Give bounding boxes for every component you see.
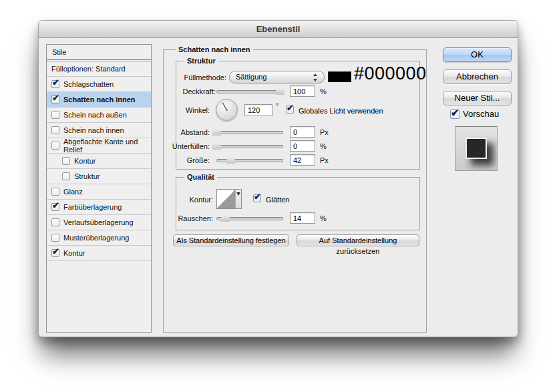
blend-mode-value: Sättigung	[236, 73, 266, 81]
inner-shadow-group-title: Schatten nach innen	[176, 45, 253, 54]
checkbox-anti-alias[interactable]	[253, 194, 261, 202]
set-default-button[interactable]: Als Standardeinstellung festlegen	[173, 234, 289, 246]
checkbox-preview[interactable]	[450, 110, 459, 119]
noise-unit: %	[320, 214, 327, 222]
checkbox-global-light[interactable]	[286, 106, 294, 114]
checkbox-schatten-nach-innen[interactable]	[51, 95, 59, 104]
sidebar-item-label: Schlagschatten	[63, 80, 114, 88]
ok-button[interactable]: OK	[443, 47, 512, 62]
preview-label: Vorschau	[463, 109, 499, 119]
choke-label: Unterfüllen:	[122, 142, 210, 150]
global-light-label: Globales Licht verwenden	[299, 107, 383, 115]
checkbox-struktur-relief[interactable]	[62, 172, 70, 180]
sidebar-item-struktur-relief[interactable]: Struktur	[47, 169, 151, 184]
sidebar-item-label: Schatten nach innen	[63, 95, 136, 104]
checkbox-farbueberlagerung[interactable]	[51, 203, 59, 211]
checkbox-schlagschatten[interactable]	[51, 80, 59, 88]
noise-input[interactable]	[290, 212, 315, 224]
slider-track[interactable]	[216, 90, 283, 93]
contour-dropdown-strip[interactable]	[236, 190, 241, 208]
checkbox-abgeflachte-kante[interactable]	[51, 142, 59, 150]
anti-alias-label: Glätten	[266, 196, 289, 204]
shadow-color-swatch[interactable]	[328, 71, 351, 82]
contour-picker[interactable]	[216, 189, 242, 209]
distance-label: Abstand:	[122, 128, 210, 136]
distance-slider[interactable]	[216, 128, 283, 137]
noise-slider[interactable]	[216, 214, 283, 223]
slider-track[interactable]	[216, 131, 283, 134]
noise-label: Rauschen:	[126, 214, 213, 222]
size-input[interactable]	[290, 154, 315, 166]
distance-input[interactable]	[290, 126, 315, 138]
sidebar-item-musterueberlagerung[interactable]: Musterüberlagerung	[47, 230, 151, 246]
preview-shadow-square	[465, 138, 487, 159]
choke-unit: %	[320, 142, 327, 150]
struktur-group-title: Struktur	[184, 57, 218, 65]
blend-mode-select[interactable]: Sättigung	[229, 71, 325, 83]
cancel-button[interactable]: Abbrechen	[443, 69, 512, 84]
checkbox-schein-nach-aussen[interactable]	[51, 111, 59, 119]
size-label: Größe:	[122, 156, 210, 164]
opacity-label: Deckkraft:	[128, 87, 216, 95]
sidebar-item-label: Kontur	[74, 157, 96, 165]
slider-thumb[interactable]	[221, 214, 230, 222]
checkbox-verlaufsueberlagerung[interactable]	[51, 218, 59, 226]
blend-mode-label: Füllmethode:	[139, 73, 226, 81]
size-slider[interactable]	[216, 156, 283, 165]
sidebar-item-label: Kontur	[63, 249, 85, 257]
angle-input[interactable]	[244, 104, 272, 116]
sidebar-item-label: Glanz	[63, 188, 83, 196]
angle-unit: °	[276, 102, 278, 110]
desktop-background: Ebenenstil Stile Fülloptionen: Standard …	[0, 0, 559, 392]
checkbox-musterueberlagerung[interactable]	[51, 234, 59, 242]
angle-label: Winkel:	[122, 106, 210, 114]
opacity-unit: %	[320, 87, 327, 95]
angle-dial[interactable]	[216, 99, 238, 121]
slider-thumb[interactable]	[226, 156, 235, 164]
angle-needle-icon	[216, 100, 237, 120]
sidebar-item-label: Musterüberlagerung	[63, 234, 129, 242]
hex-color-label: #000000	[354, 63, 427, 84]
preview-toggle-row: Vorschau	[450, 109, 499, 119]
opacity-input[interactable]	[290, 85, 315, 97]
reset-default-button[interactable]: Auf Standardeinstellung zurücksetzen	[297, 234, 419, 246]
sidebar-item-label: Schein nach außen	[63, 111, 127, 119]
sidebar-item-label: Verlaufsüberlagerung	[63, 218, 134, 226]
dialog-title: Ebenenstil	[39, 21, 518, 38]
checkbox-kontur-relief[interactable]	[62, 157, 70, 165]
checkbox-glanz[interactable]	[51, 188, 59, 196]
choke-slider[interactable]	[216, 142, 283, 151]
sidebar-item-fuelloptionen[interactable]: Fülloptionen: Standard	[47, 61, 151, 77]
sidebar-item-label: Fülloptionen: Standard	[51, 65, 126, 73]
qualitaet-group-title: Qualität	[184, 173, 217, 182]
sidebar-item-label: Farbüberlagerung	[63, 203, 122, 211]
sidebar-item-label: Schein nach innen	[63, 126, 124, 134]
title-bar[interactable]: Ebenenstil	[39, 21, 518, 38]
checkbox-schein-nach-innen[interactable]	[51, 126, 59, 134]
checkbox-kontur-stroke[interactable]	[51, 249, 59, 257]
distance-unit: Px	[320, 128, 329, 136]
sidebar-item-kontur-stroke[interactable]: Kontur	[47, 246, 151, 261]
chevron-down-icon	[236, 192, 240, 196]
styles-list-header[interactable]: Stile	[47, 45, 151, 60]
contour-label: Kontur:	[126, 196, 213, 204]
new-style-button[interactable]: Neuer Stil...	[443, 91, 512, 106]
size-unit: Px	[320, 156, 329, 164]
preview-thumbnail	[455, 126, 498, 171]
choke-input[interactable]	[290, 140, 315, 152]
layer-style-dialog: Ebenenstil Stile Fülloptionen: Standard …	[38, 20, 518, 337]
contour-curve-icon	[217, 190, 236, 208]
stepper-arrows-icon	[313, 73, 318, 81]
slider-track[interactable]	[216, 145, 283, 148]
sidebar-item-label: Struktur	[74, 172, 100, 180]
opacity-slider[interactable]	[216, 87, 283, 96]
